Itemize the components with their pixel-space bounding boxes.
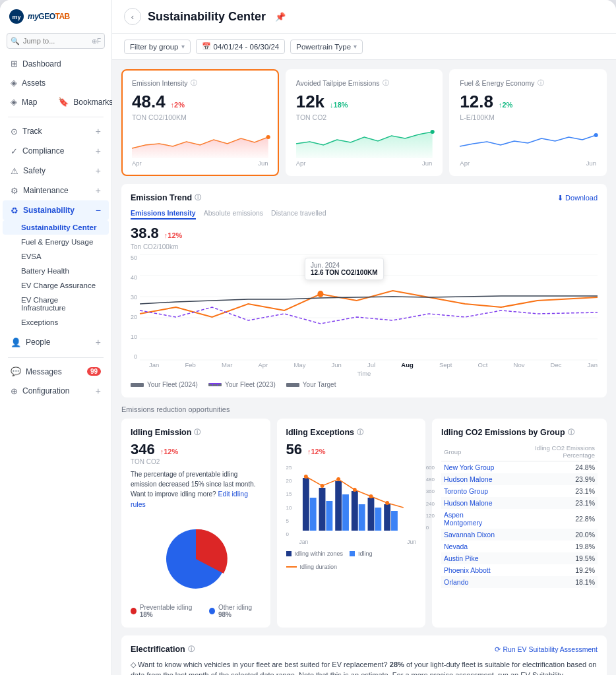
people-icon: 👤 [11, 338, 21, 347]
back-button[interactable]: ‹ [124, 8, 141, 25]
sustainability-icon: ♻ [11, 206, 18, 216]
co2-table: Group Idling CO2 Emissions Percentage Ne… [441, 442, 598, 588]
legend-other: Other idling 98% [209, 604, 261, 618]
legend-color [286, 551, 292, 556]
kpi-fuel-energy[interactable]: Fuel & Energy Economy ⓘ 12.8 ↑2% L-E/100… [449, 69, 607, 176]
sidebar-sub-item-battery-health[interactable]: Battery Health [3, 264, 109, 278]
content-area: Emission Intensity ⓘ 48.4 ↑2% TON CO2/10… [112, 60, 616, 675]
date-filter[interactable]: 📅 04/01/24 - 06/30/24 [196, 39, 286, 54]
powertrain-filter[interactable]: Powertrain Type ▾ [290, 40, 363, 54]
sidebar-sub-item-ev-charge-infra[interactable]: EV Charge Infrastructure [3, 293, 109, 315]
kpi-value: 48.4 [132, 92, 166, 112]
idling-title: Idling Emission ⓘ [131, 428, 261, 437]
svg-point-11 [317, 291, 323, 297]
sidebar-item-maintenance[interactable]: ⚙ Maintenance + [3, 181, 109, 200]
sidebar-item-safety[interactable]: ⚠ Safety + [3, 161, 109, 181]
info-icon: ⓘ [195, 193, 201, 202]
sidebar-item-label: Map [22, 98, 37, 107]
sidebar-item-label: People [26, 338, 50, 347]
sidebar-item-assets[interactable]: ◈ Assets [3, 73, 109, 92]
kpi-avoided-tailpipe[interactable]: Avoided Tailpipe Emissions ⓘ 12k ↓18% TO… [286, 69, 443, 176]
filter-bar: Filter by group ▾ 📅 04/01/24 - 06/30/24 … [112, 34, 616, 60]
sidebar-item-map[interactable]: ◈ Map [3, 92, 45, 111]
svg-rect-21 [367, 498, 374, 531]
sidebar-item-people[interactable]: 👤 People + [3, 332, 109, 352]
info-icon: ⓘ [568, 428, 574, 437]
svg-rect-23 [384, 504, 390, 531]
sidebar-item-compliance[interactable]: ✓ Compliance + [3, 141, 109, 161]
sidebar-sub-item-evsa[interactable]: EVSA [3, 249, 109, 264]
trend-chart-container: 50403020100 [131, 254, 598, 360]
idling-exceptions-value: 56 [286, 441, 302, 458]
messages-icon: 💬 [11, 367, 21, 376]
svg-rect-15 [319, 488, 325, 531]
pin-icon[interactable]: 📌 [275, 12, 286, 22]
svg-point-30 [385, 501, 389, 505]
filter-label: Filter by group [130, 43, 179, 51]
tab-absolute-emissions[interactable]: Absolute emissions [204, 209, 263, 220]
ev-icon: ⟳ [495, 645, 501, 653]
calendar-icon: 📅 [202, 42, 211, 51]
group-filter[interactable]: Filter by group ▾ [124, 40, 191, 54]
legend-duration: Idling duration [286, 564, 338, 570]
kpi-label: Emission Intensity ⓘ [132, 78, 268, 88]
kpi-x-labels: AprJun [132, 160, 268, 167]
download-button[interactable]: ⬇ Download [557, 194, 598, 202]
legend-target: Your Target [286, 381, 336, 388]
trend-change: ↑12% [164, 231, 183, 239]
legend-color [208, 383, 222, 386]
sidebar-item-configuration[interactable]: ⊕ Configuration + [3, 381, 109, 401]
trend-unit: Ton CO2/100km [131, 243, 598, 250]
sidebar-divider [8, 117, 104, 117]
sidebar-item-dashboard[interactable]: ⊞ Dashboard [3, 54, 109, 73]
kpi-chart-tailpipe [296, 125, 433, 158]
x-axis-label: Time [131, 370, 598, 377]
maintenance-icon: ⚙ [11, 186, 18, 196]
compliance-icon: ✓ [11, 146, 18, 156]
sidebar-sub-item-sustainability-center[interactable]: Sustainability Center [3, 220, 109, 235]
sidebar-item-messages[interactable]: 💬 Messages 99 [3, 362, 109, 381]
bottom-row: Idling Emission ⓘ 346 ↑12% TON CO2 The p… [121, 419, 607, 628]
svg-point-4 [594, 133, 598, 137]
kpi-x-labels: AprJun [296, 160, 433, 167]
kpi-emission-intensity[interactable]: Emission Intensity ⓘ 48.4 ↑2% TON CO2/10… [121, 69, 279, 176]
table-row: Toronto Group23.1% [441, 485, 598, 497]
legend-color [350, 551, 355, 556]
assets-icon: ◈ [11, 78, 17, 88]
electrification-desc: ◇ Want to know which vehicles in your fl… [131, 659, 598, 676]
kpi-unit: TON CO2/100KM [132, 113, 268, 121]
sidebar-sub-item-fuel-energy[interactable]: Fuel & Energy Usage [3, 235, 109, 249]
sidebar-sub-item-exceptions[interactable]: Exceptions [3, 315, 109, 330]
electrification-header: Electrification ⓘ ⟳ Run EV Suitability A… [131, 645, 598, 654]
date-range-label: 04/01/24 - 06/30/24 [214, 43, 280, 51]
idling-change: ↑12% [160, 448, 179, 455]
trend-chart: Jun. 2024 12.6 TON CO2/100KM [140, 254, 598, 360]
svg-point-29 [369, 494, 373, 498]
sidebar-item-sustainability[interactable]: ♻ Sustainability − [3, 200, 109, 220]
idling-unit: TON CO2 [131, 458, 261, 465]
electrification-card: Electrification ⓘ ⟳ Run EV Suitability A… [121, 635, 607, 676]
chart-legend: Your Fleet (2024) Your Fleet (2023) Your… [131, 381, 598, 388]
sidebar-sub-item-ev-charge-assurance[interactable]: EV Charge Assurance [3, 278, 109, 293]
sidebar-item-label: Configuration [22, 386, 69, 396]
info-icon: ⓘ [194, 428, 200, 437]
dashboard-icon: ⊞ [11, 59, 18, 69]
sidebar-item-label: Assets [22, 78, 46, 88]
search-bar[interactable]: 🔍 ⊕F [7, 33, 105, 49]
legend-fleet-2023: Your Fleet (2023) [208, 381, 276, 388]
table-row: Savannah Dixon20.0% [441, 529, 598, 541]
table-row: Phoenix Abbott19.2% [441, 564, 598, 576]
topbar: ‹ Sustainability Center 📌 [112, 0, 616, 34]
sidebar-item-bookmarks[interactable]: 🔖 Bookmarks [50, 92, 121, 111]
info-icon: ⓘ [383, 78, 389, 88]
page-title: Sustainability Center [148, 10, 266, 24]
search-input[interactable] [7, 33, 105, 49]
tab-distance-travelled[interactable]: Distance travelled [271, 209, 326, 220]
run-ev-button[interactable]: ⟳ Run EV Suitability Assessment [495, 645, 598, 653]
trend-title: Emission Trend ⓘ [131, 193, 201, 202]
sidebar-item-label: Dashboard [22, 59, 61, 69]
collapse-icon: − [96, 205, 101, 216]
sidebar-item-track[interactable]: ⊙ Track + [3, 121, 109, 141]
kpi-change: ↓18% [330, 101, 348, 109]
tab-emissions-intensity[interactable]: Emissions Intensity [131, 209, 196, 220]
